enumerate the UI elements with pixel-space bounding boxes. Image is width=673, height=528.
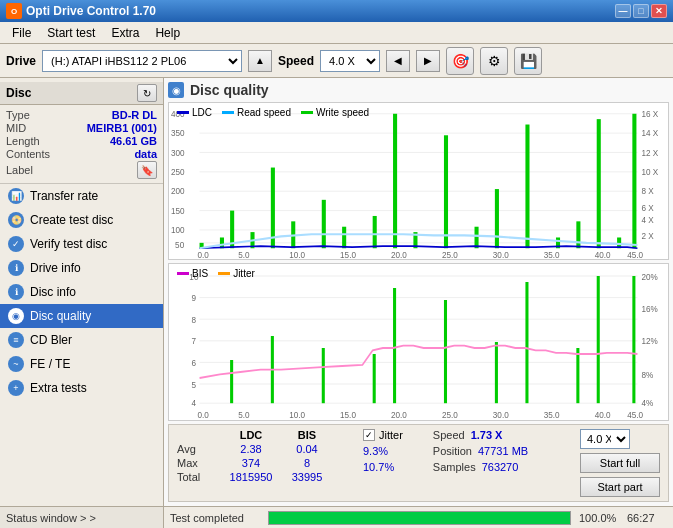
svg-text:2 X: 2 X [642, 230, 655, 240]
start-full-button[interactable]: Start full [580, 453, 660, 473]
jitter-legend-color [218, 272, 230, 275]
profile-button[interactable]: 🎯 [446, 47, 474, 75]
max-jitter-value: 10.7% [363, 461, 403, 473]
svg-text:0.0: 0.0 [198, 250, 210, 259]
svg-text:20.0: 20.0 [391, 250, 407, 259]
svg-text:10.0: 10.0 [289, 409, 305, 420]
max-label: Max [177, 457, 221, 469]
svg-text:15.0: 15.0 [340, 250, 356, 259]
jitter-checkbox[interactable]: ✓ [363, 429, 375, 441]
cd-bler-icon: ≡ [8, 332, 24, 348]
bis-legend-label: BIS [192, 268, 208, 279]
top-chart: LDC Read speed Write speed [168, 102, 669, 260]
svg-text:30.0: 30.0 [493, 409, 509, 420]
contents-label: Contents [6, 148, 50, 160]
settings-button[interactable]: ⚙ [480, 47, 508, 75]
progress-bar-fill [269, 512, 570, 524]
test-speed-select[interactable]: 4.0 X [580, 429, 630, 449]
minimize-button[interactable]: — [615, 4, 631, 18]
menu-file[interactable]: File [4, 24, 39, 42]
svg-text:40.0: 40.0 [595, 250, 611, 259]
max-bis-value: 8 [281, 457, 333, 469]
start-part-button[interactable]: Start part [580, 477, 660, 497]
stats-col-empty [177, 429, 221, 441]
svg-text:0.0: 0.0 [198, 409, 209, 420]
ldc-legend-label: LDC [192, 107, 212, 118]
svg-rect-39 [271, 168, 275, 249]
nav-disc-quality-label: Disc quality [30, 309, 91, 323]
menu-start-test[interactable]: Start test [39, 24, 103, 42]
svg-text:25.0: 25.0 [442, 409, 458, 420]
stats-area: LDC BIS Avg 2.38 0.04 Max 374 8 Total 18… [168, 424, 669, 502]
menubar: File Start test Extra Help [0, 22, 673, 44]
progress-bar-container [268, 511, 571, 525]
transfer-rate-icon: 📊 [8, 188, 24, 204]
window-controls: — □ ✕ [615, 4, 667, 18]
nav-transfer-rate-label: Transfer rate [30, 189, 98, 203]
svg-text:100: 100 [171, 225, 185, 235]
close-button[interactable]: ✕ [651, 4, 667, 18]
nav-fe-te[interactable]: ~ FE / TE [0, 352, 163, 376]
svg-text:35.0: 35.0 [544, 409, 560, 420]
disc-info-icon: ℹ [8, 284, 24, 300]
avg-jitter-value: 9.3% [363, 445, 403, 457]
mid-label: MID [6, 122, 26, 134]
speed-select[interactable]: 4.0 X [320, 50, 380, 72]
svg-text:250: 250 [171, 167, 185, 177]
total-bis-value: 33995 [281, 471, 333, 483]
nav-transfer-rate[interactable]: 📊 Transfer rate [0, 184, 163, 208]
eject-button[interactable]: ▲ [248, 50, 272, 72]
write-speed-legend-label: Write speed [316, 107, 369, 118]
app-icon: O [6, 3, 22, 19]
nav-create-test-disc[interactable]: 📀 Create test disc [0, 208, 163, 232]
svg-text:200: 200 [171, 186, 185, 196]
menu-extra[interactable]: Extra [103, 24, 147, 42]
extra-tests-icon: + [8, 380, 24, 396]
drive-select[interactable]: (H:) ATAPI iHBS112 2 PL06 [42, 50, 242, 72]
nav-disc-info[interactable]: ℹ Disc info [0, 280, 163, 304]
nav-extra-tests[interactable]: + Extra tests [0, 376, 163, 400]
nav-verify-test-disc-label: Verify test disc [30, 237, 107, 251]
svg-text:20%: 20% [642, 271, 658, 282]
svg-rect-42 [342, 227, 346, 249]
svg-text:8%: 8% [642, 369, 654, 380]
write-speed-legend-color [301, 111, 313, 114]
svg-text:12 X: 12 X [642, 148, 659, 158]
svg-rect-44 [393, 114, 397, 248]
jitter-legend-label: Jitter [233, 268, 255, 279]
nav-disc-quality[interactable]: ◉ Disc quality [0, 304, 163, 328]
svg-rect-51 [576, 221, 580, 248]
position-value: 47731 MB [478, 445, 528, 457]
nav-drive-info-label: Drive info [30, 261, 81, 275]
nav-disc-info-label: Disc info [30, 285, 76, 299]
stats-ldc-header: LDC [221, 429, 281, 441]
fe-te-icon: ~ [8, 356, 24, 372]
nav-drive-info[interactable]: ℹ Drive info [0, 256, 163, 280]
svg-rect-55 [169, 264, 668, 420]
svg-rect-85 [230, 360, 233, 403]
menu-help[interactable]: Help [147, 24, 188, 42]
bis-legend-color [177, 272, 189, 275]
speed-down-button[interactable]: ▶ [416, 50, 440, 72]
save-button[interactable]: 💾 [514, 47, 542, 75]
drive-info-icon: ℹ [8, 260, 24, 276]
disc-header: Disc ↻ [0, 82, 163, 105]
read-speed-legend-color [222, 111, 234, 114]
nav-verify-test-disc[interactable]: ✓ Verify test disc [0, 232, 163, 256]
speed-label: Speed [433, 429, 465, 441]
svg-text:45.0: 45.0 [627, 409, 643, 420]
nav-cd-bler[interactable]: ≡ CD Bler [0, 328, 163, 352]
status-window-section[interactable]: Status window > > [0, 507, 164, 528]
ldc-legend-color [177, 111, 189, 114]
svg-rect-95 [632, 276, 635, 403]
maximize-button[interactable]: □ [633, 4, 649, 18]
type-label: Type [6, 109, 30, 121]
create-test-disc-icon: 📀 [8, 212, 24, 228]
samples-label: Samples [433, 461, 476, 473]
svg-text:14 X: 14 X [642, 128, 659, 138]
label-icon-button[interactable]: 🔖 [137, 161, 157, 179]
samples-value: 763270 [482, 461, 519, 473]
speed-up-button[interactable]: ◀ [386, 50, 410, 72]
svg-text:16 X: 16 X [642, 109, 659, 119]
disc-refresh-button[interactable]: ↻ [137, 84, 157, 102]
